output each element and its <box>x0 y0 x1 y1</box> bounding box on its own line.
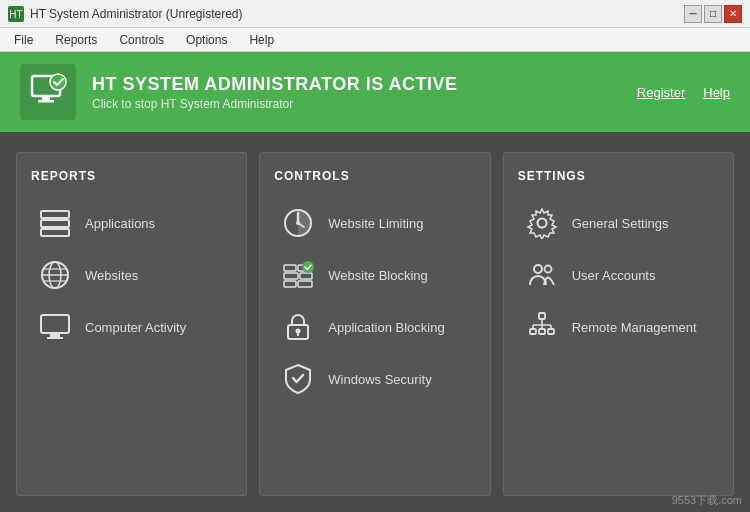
close-button[interactable]: ✕ <box>724 5 742 23</box>
svg-rect-22 <box>284 265 296 271</box>
header-links: Register Help <box>637 85 730 100</box>
svg-rect-31 <box>297 332 299 336</box>
app-icon: HT <box>8 6 24 22</box>
svg-rect-27 <box>298 281 312 287</box>
svg-rect-26 <box>284 281 296 287</box>
controls-application-blocking-item[interactable]: Application Blocking <box>274 301 475 353</box>
svg-rect-42 <box>539 329 545 334</box>
globe-icon <box>37 257 73 293</box>
layers-icon <box>37 205 73 241</box>
reports-panel: REPORTS Applications <box>16 152 247 496</box>
menu-options[interactable]: Options <box>176 31 237 49</box>
svg-point-5 <box>49 73 67 91</box>
svg-rect-43 <box>548 329 554 334</box>
users-icon <box>524 257 560 293</box>
help-link[interactable]: Help <box>703 85 730 100</box>
svg-rect-16 <box>50 333 60 337</box>
menu-bar: File Reports Controls Options Help <box>0 28 750 52</box>
title-bar-text: HT System Administrator (Unregistered) <box>30 7 243 21</box>
controls-panel: CONTROLS Website Limiting <box>259 152 490 496</box>
reports-websites-label: Websites <box>85 268 138 283</box>
menu-help[interactable]: Help <box>239 31 284 49</box>
reports-computer-activity-label: Computer Activity <box>85 320 186 335</box>
menu-file[interactable]: File <box>4 31 43 49</box>
menu-reports[interactable]: Reports <box>45 31 107 49</box>
svg-point-33 <box>534 265 542 273</box>
svg-rect-3 <box>42 96 50 100</box>
svg-point-34 <box>544 266 551 273</box>
settings-panel: SETTINGS General Settings User <box>503 152 734 496</box>
controls-website-blocking-item[interactable]: Website Blocking <box>274 249 475 301</box>
header-left: HT SYSTEM ADMINISTRATOR IS ACTIVE Click … <box>20 64 458 120</box>
svg-rect-9 <box>41 229 69 236</box>
settings-title: SETTINGS <box>518 169 719 183</box>
reports-applications-item[interactable]: Applications <box>31 197 232 249</box>
header-subtitle: Click to stop HT System Administrator <box>92 97 458 111</box>
gear-icon <box>524 205 560 241</box>
svg-rect-17 <box>47 337 63 339</box>
title-bar: HT HT System Administrator (Unregistered… <box>0 0 750 28</box>
register-link[interactable]: Register <box>637 85 685 100</box>
maximize-button[interactable]: □ <box>704 5 722 23</box>
lock-icon <box>280 309 316 345</box>
settings-user-accounts-item[interactable]: User Accounts <box>518 249 719 301</box>
controls-website-limiting-label: Website Limiting <box>328 216 423 231</box>
svg-rect-25 <box>300 273 312 279</box>
title-bar-left: HT HT System Administrator (Unregistered… <box>8 6 243 22</box>
reports-applications-label: Applications <box>85 216 155 231</box>
title-bar-controls: ─ □ ✕ <box>684 5 742 23</box>
menu-controls[interactable]: Controls <box>109 31 174 49</box>
svg-rect-8 <box>41 220 69 227</box>
shield-icon <box>280 361 316 397</box>
reports-websites-item[interactable]: Websites <box>31 249 232 301</box>
svg-text:HT: HT <box>9 9 22 20</box>
reports-computer-activity-item[interactable]: Computer Activity <box>31 301 232 353</box>
header-title: HT SYSTEM ADMINISTRATOR IS ACTIVE <box>92 74 458 95</box>
settings-remote-management-item[interactable]: Remote Management <box>518 301 719 353</box>
minimize-button[interactable]: ─ <box>684 5 702 23</box>
svg-point-32 <box>537 219 546 228</box>
svg-point-28 <box>302 261 314 273</box>
controls-title: CONTROLS <box>274 169 475 183</box>
header-banner[interactable]: HT SYSTEM ADMINISTRATOR IS ACTIVE Click … <box>0 52 750 132</box>
controls-application-blocking-label: Application Blocking <box>328 320 444 335</box>
svg-rect-24 <box>284 273 298 279</box>
controls-website-limiting-item[interactable]: Website Limiting <box>274 197 475 249</box>
svg-rect-7 <box>41 211 69 218</box>
header-icon-wrap <box>20 64 76 120</box>
svg-rect-35 <box>539 313 545 319</box>
header-text-wrap: HT SYSTEM ADMINISTRATOR IS ACTIVE Click … <box>92 74 458 111</box>
watermark: 9553下载.com <box>672 493 742 508</box>
svg-rect-15 <box>41 315 69 333</box>
wall-icon <box>280 257 316 293</box>
controls-windows-security-label: Windows Security <box>328 372 431 387</box>
svg-rect-41 <box>530 329 536 334</box>
reports-title: REPORTS <box>31 169 232 183</box>
settings-general-label: General Settings <box>572 216 669 231</box>
settings-user-accounts-label: User Accounts <box>572 268 656 283</box>
settings-remote-management-label: Remote Management <box>572 320 697 335</box>
active-status-icon <box>28 72 68 112</box>
svg-rect-4 <box>38 100 54 103</box>
controls-website-blocking-label: Website Blocking <box>328 268 427 283</box>
network-icon <box>524 309 560 345</box>
settings-general-item[interactable]: General Settings <box>518 197 719 249</box>
controls-windows-security-item[interactable]: Windows Security <box>274 353 475 405</box>
clock-icon <box>280 205 316 241</box>
main-content: REPORTS Applications <box>0 132 750 512</box>
monitor-icon <box>37 309 73 345</box>
